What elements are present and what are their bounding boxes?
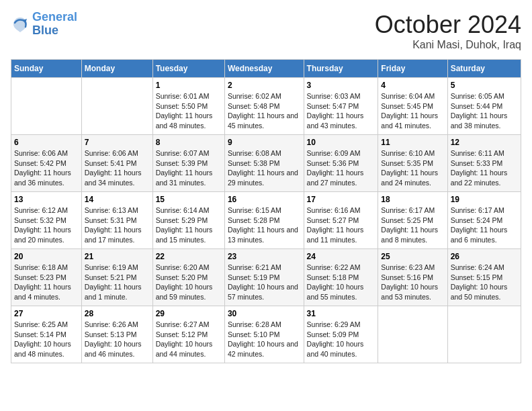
location: Kani Masi, Duhok, Iraq bbox=[375, 39, 521, 51]
day-info: Sunrise: 6:27 AM Sunset: 5:12 PM Dayligh… bbox=[156, 320, 222, 359]
calendar-table: SundayMondayTuesdayWednesdayThursdayFrid… bbox=[11, 59, 521, 363]
day-info: Sunrise: 6:17 AM Sunset: 5:24 PM Dayligh… bbox=[451, 205, 518, 245]
header-friday: Friday bbox=[378, 60, 447, 78]
day-info: Sunrise: 6:19 AM Sunset: 5:21 PM Dayligh… bbox=[85, 263, 150, 302]
calendar-cell: 4 Sunrise: 6:04 AM Sunset: 5:45 PM Dayli… bbox=[378, 78, 447, 135]
day-number: 16 bbox=[228, 195, 301, 204]
day-number: 10 bbox=[307, 138, 375, 147]
day-info: Sunrise: 6:08 AM Sunset: 5:38 PM Dayligh… bbox=[228, 148, 301, 188]
calendar-cell bbox=[81, 78, 152, 135]
day-info: Sunrise: 6:11 AM Sunset: 5:33 PM Dayligh… bbox=[451, 148, 518, 188]
calendar-cell: 14 Sunrise: 6:13 AM Sunset: 5:31 PM Dayl… bbox=[81, 192, 152, 249]
calendar-cell: 7 Sunrise: 6:06 AM Sunset: 5:41 PM Dayli… bbox=[81, 135, 152, 192]
header-wednesday: Wednesday bbox=[224, 60, 304, 78]
header-thursday: Thursday bbox=[304, 60, 378, 78]
calendar-cell bbox=[11, 78, 82, 135]
day-number: 17 bbox=[307, 195, 375, 204]
calendar-cell: 19 Sunrise: 6:17 AM Sunset: 5:24 PM Dayl… bbox=[447, 192, 521, 249]
day-info: Sunrise: 6:05 AM Sunset: 5:44 PM Dayligh… bbox=[451, 91, 518, 131]
day-number: 1 bbox=[156, 81, 222, 90]
day-info: Sunrise: 6:24 AM Sunset: 5:15 PM Dayligh… bbox=[451, 263, 518, 302]
calendar-cell: 9 Sunrise: 6:08 AM Sunset: 5:38 PM Dayli… bbox=[224, 135, 304, 192]
day-info: Sunrise: 6:01 AM Sunset: 5:50 PM Dayligh… bbox=[156, 91, 222, 131]
logo-text: General Blue bbox=[32, 11, 77, 38]
logo: General Blue bbox=[11, 11, 77, 38]
calendar-cell: 18 Sunrise: 6:17 AM Sunset: 5:25 PM Dayl… bbox=[378, 192, 447, 249]
calendar-cell: 1 Sunrise: 6:01 AM Sunset: 5:50 PM Dayli… bbox=[152, 78, 224, 135]
calendar-cell: 8 Sunrise: 6:07 AM Sunset: 5:39 PM Dayli… bbox=[152, 135, 224, 192]
day-info: Sunrise: 6:14 AM Sunset: 5:29 PM Dayligh… bbox=[156, 205, 222, 245]
calendar-cell: 23 Sunrise: 6:21 AM Sunset: 5:19 PM Dayl… bbox=[224, 249, 304, 306]
day-info: Sunrise: 6:16 AM Sunset: 5:27 PM Dayligh… bbox=[307, 205, 375, 245]
day-info: Sunrise: 6:17 AM Sunset: 5:25 PM Dayligh… bbox=[381, 205, 444, 245]
day-number: 26 bbox=[451, 252, 518, 261]
day-number: 11 bbox=[381, 138, 444, 147]
page-header: General Blue October 2024 Kani Masi, Duh… bbox=[11, 11, 521, 51]
logo-line1: General bbox=[32, 10, 77, 24]
day-number: 15 bbox=[156, 195, 222, 204]
calendar-cell: 25 Sunrise: 6:23 AM Sunset: 5:16 PM Dayl… bbox=[378, 249, 447, 306]
calendar-cell bbox=[378, 306, 447, 363]
calendar-cell: 6 Sunrise: 6:06 AM Sunset: 5:42 PM Dayli… bbox=[11, 135, 82, 192]
calendar-week-3: 13 Sunrise: 6:12 AM Sunset: 5:32 PM Dayl… bbox=[11, 192, 521, 249]
calendar-cell: 27 Sunrise: 6:25 AM Sunset: 5:14 PM Dayl… bbox=[11, 306, 82, 363]
day-number: 12 bbox=[451, 138, 518, 147]
calendar-cell: 17 Sunrise: 6:16 AM Sunset: 5:27 PM Dayl… bbox=[304, 192, 378, 249]
day-info: Sunrise: 6:06 AM Sunset: 5:42 PM Dayligh… bbox=[14, 148, 79, 188]
calendar-cell bbox=[447, 306, 521, 363]
calendar-cell: 12 Sunrise: 6:11 AM Sunset: 5:33 PM Dayl… bbox=[447, 135, 521, 192]
day-info: Sunrise: 6:28 AM Sunset: 5:10 PM Dayligh… bbox=[228, 320, 301, 359]
calendar-week-1: 1 Sunrise: 6:01 AM Sunset: 5:50 PM Dayli… bbox=[11, 78, 521, 135]
day-info: Sunrise: 6:21 AM Sunset: 5:19 PM Dayligh… bbox=[228, 263, 301, 302]
calendar-cell: 31 Sunrise: 6:29 AM Sunset: 5:09 PM Dayl… bbox=[304, 306, 378, 363]
calendar-cell: 15 Sunrise: 6:14 AM Sunset: 5:29 PM Dayl… bbox=[152, 192, 224, 249]
day-number: 18 bbox=[381, 195, 444, 204]
header-tuesday: Tuesday bbox=[152, 60, 224, 78]
day-number: 7 bbox=[85, 138, 150, 147]
calendar-cell: 13 Sunrise: 6:12 AM Sunset: 5:32 PM Dayl… bbox=[11, 192, 82, 249]
day-number: 27 bbox=[14, 309, 79, 318]
day-number: 19 bbox=[451, 195, 518, 204]
calendar-cell: 24 Sunrise: 6:22 AM Sunset: 5:18 PM Dayl… bbox=[304, 249, 378, 306]
calendar-cell: 30 Sunrise: 6:28 AM Sunset: 5:10 PM Dayl… bbox=[224, 306, 304, 363]
title-block: October 2024 Kani Masi, Duhok, Iraq bbox=[375, 11, 521, 51]
day-number: 13 bbox=[14, 195, 79, 204]
day-number: 6 bbox=[14, 138, 79, 147]
day-number: 5 bbox=[451, 81, 518, 90]
calendar-week-2: 6 Sunrise: 6:06 AM Sunset: 5:42 PM Dayli… bbox=[11, 135, 521, 192]
calendar-cell: 21 Sunrise: 6:19 AM Sunset: 5:21 PM Dayl… bbox=[81, 249, 152, 306]
day-number: 28 bbox=[85, 309, 150, 318]
header-monday: Monday bbox=[81, 60, 152, 78]
day-info: Sunrise: 6:23 AM Sunset: 5:16 PM Dayligh… bbox=[381, 263, 444, 302]
day-info: Sunrise: 6:20 AM Sunset: 5:20 PM Dayligh… bbox=[156, 263, 222, 302]
day-info: Sunrise: 6:07 AM Sunset: 5:39 PM Dayligh… bbox=[156, 148, 222, 188]
calendar-cell: 16 Sunrise: 6:15 AM Sunset: 5:28 PM Dayl… bbox=[224, 192, 304, 249]
calendar-cell: 20 Sunrise: 6:18 AM Sunset: 5:23 PM Dayl… bbox=[11, 249, 82, 306]
day-number: 31 bbox=[307, 309, 375, 318]
day-number: 4 bbox=[381, 81, 444, 90]
month-title: October 2024 bbox=[375, 11, 521, 39]
day-info: Sunrise: 6:04 AM Sunset: 5:45 PM Dayligh… bbox=[381, 91, 444, 131]
day-number: 21 bbox=[85, 252, 150, 261]
calendar-week-4: 20 Sunrise: 6:18 AM Sunset: 5:23 PM Dayl… bbox=[11, 249, 521, 306]
calendar-cell: 3 Sunrise: 6:03 AM Sunset: 5:47 PM Dayli… bbox=[304, 78, 378, 135]
day-number: 25 bbox=[381, 252, 444, 261]
day-number: 29 bbox=[156, 309, 222, 318]
day-number: 3 bbox=[307, 81, 375, 90]
day-info: Sunrise: 6:18 AM Sunset: 5:23 PM Dayligh… bbox=[14, 263, 79, 302]
calendar-cell: 5 Sunrise: 6:05 AM Sunset: 5:44 PM Dayli… bbox=[447, 78, 521, 135]
day-number: 24 bbox=[307, 252, 375, 261]
day-info: Sunrise: 6:03 AM Sunset: 5:47 PM Dayligh… bbox=[307, 91, 375, 131]
calendar-cell: 10 Sunrise: 6:09 AM Sunset: 5:36 PM Dayl… bbox=[304, 135, 378, 192]
day-number: 30 bbox=[228, 309, 301, 318]
header-saturday: Saturday bbox=[447, 60, 521, 78]
day-info: Sunrise: 6:10 AM Sunset: 5:35 PM Dayligh… bbox=[381, 148, 444, 188]
calendar-cell: 2 Sunrise: 6:02 AM Sunset: 5:48 PM Dayli… bbox=[224, 78, 304, 135]
day-info: Sunrise: 6:13 AM Sunset: 5:31 PM Dayligh… bbox=[85, 205, 150, 245]
day-number: 20 bbox=[14, 252, 79, 261]
day-number: 9 bbox=[228, 138, 301, 147]
day-info: Sunrise: 6:29 AM Sunset: 5:09 PM Dayligh… bbox=[307, 320, 375, 359]
day-info: Sunrise: 6:15 AM Sunset: 5:28 PM Dayligh… bbox=[228, 205, 301, 245]
day-info: Sunrise: 6:06 AM Sunset: 5:41 PM Dayligh… bbox=[85, 148, 150, 188]
day-info: Sunrise: 6:25 AM Sunset: 5:14 PM Dayligh… bbox=[14, 320, 79, 359]
